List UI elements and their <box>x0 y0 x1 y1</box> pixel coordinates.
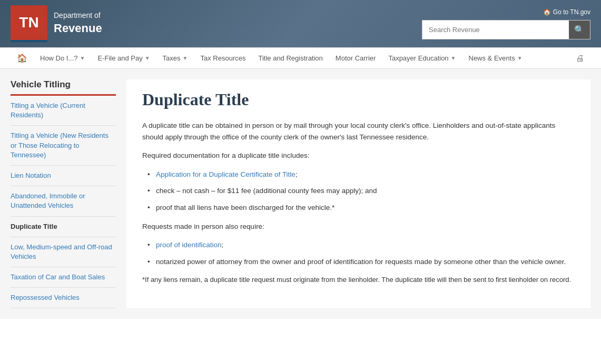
intro-paragraph: A duplicate title can be obtained in per… <box>142 120 575 143</box>
in-person-list: proof of identification; notarized power… <box>147 239 575 267</box>
nav-item-how-do-i[interactable]: How Do I...? ▼ <box>34 49 91 67</box>
in-person-heading: Requests made in person also require: <box>142 221 575 232</box>
chevron-icon: ▼ <box>183 55 188 61</box>
page-title: Duplicate Title <box>142 90 575 109</box>
nav-item-title-registration[interactable]: Title and Registration <box>252 49 329 67</box>
main-content: Duplicate Title A duplicate title can be… <box>126 79 590 308</box>
sidebar-menu: Titling a Vehicle (Current Residents)Tit… <box>11 96 116 308</box>
nav-item-motor-carrier[interactable]: Motor Carrier <box>329 49 382 67</box>
sidebar-menu-item[interactable]: Taxation of Car and Boat Sales <box>11 267 116 287</box>
print-button[interactable]: 🖨 <box>569 48 590 68</box>
main-layout: Vehicle Titling Titling a Vehicle (Curre… <box>0 69 601 319</box>
nav-item-taxpayer-education[interactable]: Taxpayer Education ▼ <box>382 49 462 67</box>
nav-home-icon[interactable]: 🏠 <box>11 48 34 68</box>
sidebar-menu-item[interactable]: Titling a Vehicle (New Residents or Thos… <box>11 126 116 165</box>
sidebar-menu-item[interactable]: Titling a Vehicle (Current Residents) <box>11 96 116 125</box>
sidebar-menu-item[interactable]: Repossessed Vehicles <box>11 288 116 308</box>
site-header: TN Department of Revenue 🏠 Go to TN.gov … <box>0 0 601 47</box>
nav-bar: 🏠 How Do I...? ▼ E-File and Pay ▼ Taxes … <box>0 47 601 69</box>
in-person-item-2: notarized power of attorney from the own… <box>147 256 575 268</box>
logo-area: TN Department of Revenue <box>11 5 102 42</box>
sidebar-title: Vehicle Titling <box>11 79 116 90</box>
search-button[interactable]: 🔍 <box>569 21 590 39</box>
chevron-icon: ▼ <box>80 55 85 61</box>
in-person-item-1: proof of identification; <box>147 239 575 251</box>
duplicate-cert-link[interactable]: Application for a Duplicate Certificate … <box>156 170 295 178</box>
header-right: 🏠 Go to TN.gov 🔍 <box>422 8 590 39</box>
sidebar-menu-item[interactable]: Abandoned, Immobile or Unattended Vehicl… <box>11 186 116 216</box>
chevron-icon: ▼ <box>451 55 456 61</box>
chevron-icon: ▼ <box>145 55 150 61</box>
home-icon: 🏠 <box>543 8 551 16</box>
sidebar: Vehicle Titling Titling a Vehicle (Curre… <box>11 79 116 308</box>
sidebar-menu-item[interactable]: Low, Medium-speed and Off-road Vehicles <box>11 237 116 267</box>
req-item-2: check – not cash – for $11 fee (addition… <box>147 185 575 197</box>
chevron-icon: ▼ <box>517 55 523 61</box>
search-input[interactable] <box>422 22 569 38</box>
req-list: Application for a Duplicate Certificate … <box>147 169 575 214</box>
sidebar-menu-item[interactable]: Lien Notation <box>11 166 116 186</box>
req-heading: Required documentation for a duplicate t… <box>142 150 575 161</box>
req-item-3: proof that all liens have been discharge… <box>147 202 575 214</box>
nav-item-news-events[interactable]: News & Events ▼ <box>462 49 529 67</box>
sidebar-menu-item: Duplicate Title <box>11 217 116 237</box>
nav-item-tax-resources[interactable]: Tax Resources <box>194 49 252 67</box>
search-bar: 🔍 <box>422 20 590 39</box>
department-name: Department of Revenue <box>54 11 102 37</box>
footnote: *If any liens remain, a duplicate title … <box>142 275 575 286</box>
proof-id-link[interactable]: proof of identification <box>156 241 222 249</box>
tn-gov-link[interactable]: 🏠 Go to TN.gov <box>543 8 590 16</box>
nav-item-taxes[interactable]: Taxes ▼ <box>156 49 194 67</box>
tn-logo: TN <box>11 5 47 42</box>
nav-item-efile[interactable]: E-File and Pay ▼ <box>91 49 156 67</box>
req-item-1: Application for a Duplicate Certificate … <box>147 169 575 180</box>
